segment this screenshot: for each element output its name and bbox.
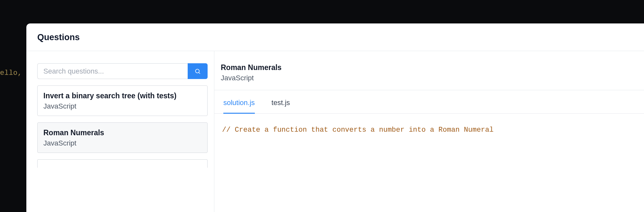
panel-body: Invert a binary search tree (with tests)… xyxy=(26,51,644,212)
question-card[interactable]: Invert a binary search tree (with tests)… xyxy=(37,85,208,116)
question-detail: Roman Numerals JavaScript solution.js te… xyxy=(214,51,644,212)
code-editor[interactable]: // Create a function that converts a num… xyxy=(214,114,644,134)
question-title: Roman Numerals xyxy=(43,128,201,137)
svg-line-1 xyxy=(199,72,200,74)
file-tabs: solution.js test.js xyxy=(214,90,644,114)
questions-sidebar: Invert a binary search tree (with tests)… xyxy=(26,51,214,212)
question-language: JavaScript xyxy=(43,102,201,110)
tab-solution[interactable]: solution.js xyxy=(223,90,255,114)
questions-panel: Questions Invert a binary search tree (w… xyxy=(26,23,644,212)
panel-header: Questions xyxy=(26,23,644,51)
search-icon xyxy=(194,68,201,75)
question-language: JavaScript xyxy=(43,139,201,147)
background-code-text: ello, xyxy=(0,69,22,77)
search-button[interactable] xyxy=(188,63,208,79)
code-comment-line: // Create a function that converts a num… xyxy=(222,126,644,134)
question-card[interactable]: Roman Numerals JavaScript xyxy=(37,122,208,153)
search-input[interactable] xyxy=(37,63,188,79)
search-row xyxy=(37,63,208,79)
page-title: Questions xyxy=(37,32,633,42)
svg-point-0 xyxy=(195,69,199,73)
tab-test[interactable]: test.js xyxy=(272,90,290,114)
detail-header: Roman Numerals JavaScript xyxy=(214,63,644,90)
detail-title: Roman Numerals xyxy=(221,63,644,72)
question-title: Invert a binary search tree (with tests) xyxy=(43,92,201,100)
question-card[interactable] xyxy=(37,159,208,168)
detail-language: JavaScript xyxy=(221,74,644,82)
